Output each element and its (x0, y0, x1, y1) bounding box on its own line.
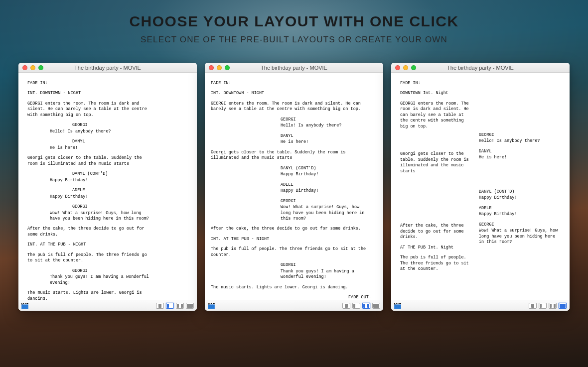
scene-heading: INT. DOWNTOWN - NIGHT (27, 91, 189, 96)
svg-rect-9 (212, 303, 213, 304)
action-text: Georgi gets closer to the table. Suddenl… (211, 150, 365, 161)
window-toolbar (18, 300, 197, 311)
layout-single-button[interactable] (342, 303, 350, 309)
character-cue: ADELE (479, 206, 562, 211)
action-text: The pub is full of people. The three fri… (400, 255, 470, 272)
titlebar: The birthday party - MOVIE (205, 63, 383, 73)
window-toolbar (205, 300, 383, 311)
character-cue: GEORGI (72, 122, 189, 128)
layout-single-button[interactable] (529, 303, 537, 309)
window-title: The birthday party - MOVIE (205, 65, 383, 71)
character-cue: ADELE (281, 182, 376, 188)
action-text: GEORGI enters the room. The room is dark… (211, 101, 365, 113)
dialogue: Hello! Is anybody there? (281, 123, 365, 128)
svg-rect-13 (397, 303, 398, 304)
svg-rect-10 (394, 304, 401, 309)
clapperboard-icon (394, 303, 401, 309)
clapperboard-icon (208, 303, 215, 309)
action-text: GEORGI enters the room. The room is dark… (400, 101, 470, 129)
layout-left-button[interactable] (539, 303, 547, 309)
fade-in: FADE IN: (211, 81, 376, 86)
character-cue: GEORGI (72, 268, 189, 274)
character-cue: GEORGI (479, 132, 562, 138)
document-body: FADE IN: INT. DOWNTOWN - NIGHT GEORGI en… (18, 73, 197, 300)
dialogue: Hello! Is anybody there? (479, 138, 562, 144)
svg-rect-4 (25, 303, 26, 304)
document-body: FADE IN: INT. DOWNTOWN - NIGHT GEORGI en… (205, 73, 383, 300)
layout-left-button[interactable] (352, 303, 360, 309)
character-cue: GEORGI (281, 117, 376, 122)
character-cue: GEORGI (72, 204, 189, 210)
fade-in: FADE IN: (400, 81, 470, 86)
action-text: After the cake, the three decide to go o… (27, 226, 154, 238)
dialogue: Hello! Is anybody there? (50, 129, 149, 134)
page-headline: CHOOSE YOUR LAYOUT WITH ONE CLICK (0, 13, 588, 30)
layout-previews: The birthday party - MOVIE FADE IN: INT.… (0, 63, 588, 311)
preview-window-a: The birthday party - MOVIE FADE IN: INT.… (18, 63, 197, 311)
action-text: The pub is full of people. The three fri… (27, 252, 154, 264)
layout-split-button[interactable] (362, 303, 370, 309)
preview-window-c: The birthday party - MOVIE FADE IN: DOWN… (391, 63, 570, 311)
character-cue: DANYL (CONT'D) (479, 189, 562, 195)
scene-heading: INT. AT THE PUB - NIGHT (27, 242, 189, 247)
dialogue: Happy Birthday! (281, 188, 365, 194)
scene-heading: INT. AT THE PUB - NIGHT (211, 237, 376, 242)
dialogue: Wow! What a surprise! Guys, how long hav… (281, 205, 365, 222)
dialogue: Thank you guys! I am having a wonderful … (281, 269, 365, 280)
dialogue: Happy Birthday! (281, 172, 365, 177)
window-toolbar (391, 300, 570, 311)
character-cue: DANYL (72, 139, 189, 144)
dialogue: Happy Birthday! (479, 195, 562, 201)
dialogue: Wow! What a surprise! Guys, how long hav… (479, 228, 562, 245)
dialogue: Happy Birthday! (479, 212, 562, 217)
svg-rect-8 (210, 303, 211, 304)
svg-rect-0 (21, 304, 28, 309)
action-text: Georgi gets closer to the table. Suddenl… (27, 155, 154, 167)
character-cue: DANYL (CONT'D) (72, 171, 189, 177)
layout-full-button[interactable] (372, 303, 380, 309)
layout-split-button[interactable] (176, 303, 184, 309)
dialogue: He is here! (281, 139, 365, 145)
window-title: The birthday party - MOVIE (18, 65, 197, 71)
action-text: The pub is full of people. The three fri… (211, 246, 370, 258)
action-text: Georgi gets closer to the table. Suddenl… (400, 151, 470, 174)
scene-heading: DOWNTOWN Int. Night (400, 91, 470, 96)
page-subhead: SELECT ONE OF THE PRE-BUILT LAYOUTS OR C… (0, 35, 588, 45)
character-cue: GEORGI (479, 222, 562, 228)
layout-full-button[interactable] (559, 303, 567, 309)
svg-rect-5 (208, 304, 215, 309)
svg-rect-7 (209, 303, 210, 304)
character-cue: GEORGI (281, 199, 376, 204)
action-text: After the cake, the three decide to go o… (400, 223, 470, 240)
right-column: GEORGI Hello! Is anybody there? DANYL He… (479, 81, 562, 296)
dialogue: Happy Birthday! (50, 178, 149, 183)
layout-switcher (529, 303, 567, 309)
titlebar: The birthday party - MOVIE (18, 63, 197, 73)
left-column: FADE IN: DOWNTOWN Int. Night GEORGI ente… (400, 81, 470, 296)
clapperboard-icon (21, 303, 28, 309)
fade-in: FADE IN: (27, 81, 189, 86)
titlebar: The birthday party - MOVIE (391, 63, 570, 73)
preview-window-b: The birthday party - MOVIE FADE IN: INT.… (205, 63, 383, 311)
character-cue: GEORGI (281, 262, 376, 268)
svg-rect-14 (398, 303, 399, 304)
character-cue: DANYL (281, 133, 376, 139)
layout-switcher (156, 303, 194, 309)
character-cue: DANYL (CONT'D) (281, 166, 376, 171)
layout-split-button[interactable] (549, 303, 557, 309)
dialogue: He is here! (479, 155, 562, 160)
action-text: GEORGI enters the room. The room is dark… (27, 101, 154, 118)
character-cue: DANYL (479, 149, 562, 154)
dialogue: Happy Birthday! (50, 194, 149, 200)
layout-full-button[interactable] (186, 303, 194, 309)
svg-rect-3 (24, 303, 25, 304)
scene-heading: AT THE PUB Int. Night (400, 245, 470, 250)
svg-rect-2 (22, 303, 23, 304)
svg-rect-12 (395, 303, 396, 304)
layout-single-button[interactable] (156, 303, 164, 309)
dialogue: Thank you guys! I am having a wonderful … (50, 274, 149, 286)
window-title: The birthday party - MOVIE (391, 65, 570, 71)
action-text: After the cake, the three decide to go o… (211, 226, 370, 232)
layout-switcher (342, 303, 380, 309)
layout-left-button[interactable] (166, 303, 174, 309)
